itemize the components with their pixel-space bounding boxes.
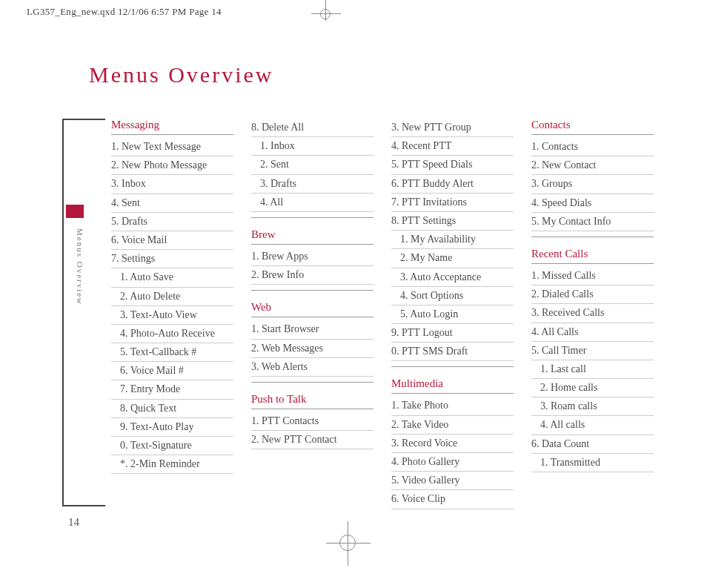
- menu-subitem: 8. Quick Text: [111, 400, 233, 418]
- menu-item: 6. Voice Clip: [391, 490, 514, 509]
- menu-item: 2. New Contact: [531, 156, 654, 175]
- menu-column: Messaging1. New Text Message2. New Photo…: [111, 119, 233, 509]
- menu-item: 5. Drafts: [111, 213, 233, 231]
- page-number: 14: [68, 516, 79, 529]
- section-divider: [251, 378, 374, 383]
- menu-item: 3. Received Calls: [531, 304, 654, 323]
- crop-mark-bottom-icon: [326, 521, 371, 566]
- menu-subitem: 1. Transmitted: [531, 454, 654, 472]
- menu-item: 6. Data Count: [531, 435, 654, 454]
- menu-item: 2. Brew Info: [251, 266, 374, 285]
- menu-item: 7. PTT Invitations: [391, 194, 514, 212]
- menu-subitem: 4. Photo-Auto Receive: [111, 325, 233, 343]
- menu-item: 3. New PTT Group: [391, 119, 514, 137]
- menu-section-title: Recent Calls: [531, 248, 654, 264]
- menu-item: 3. Inbox: [111, 175, 233, 194]
- menu-subitem: 7. Entry Mode: [111, 380, 233, 399]
- menu-subitem: 2. My Name: [391, 249, 514, 268]
- menu-subitem: 6. Voice Mail #: [111, 362, 233, 380]
- side-tab-accent: [66, 205, 84, 218]
- menu-item: 2. Web Messages: [251, 340, 374, 358]
- menu-item: 3. Web Alerts: [251, 358, 374, 377]
- menu-subitem: 3. Drafts: [251, 175, 374, 194]
- margin-rule-top: [62, 119, 105, 120]
- menu-section-title: Push to Talk: [251, 393, 374, 409]
- menu-subitem: 5. Text-Callback #: [111, 343, 233, 362]
- menu-item: 1. Start Browser: [251, 320, 374, 339]
- menu-subitem: 1. Last call: [531, 360, 654, 379]
- menu-subitem: *. 2-Min Reminder: [111, 455, 233, 474]
- menu-subitem: 9. Text-Auto Play: [111, 418, 233, 437]
- menu-subitem: 5. Auto Login: [391, 305, 514, 324]
- menu-item: 6. Voice Mail: [111, 231, 233, 250]
- menu-item: 5. Video Gallery: [391, 472, 514, 490]
- menu-item: 0. PTT SMS Draft: [391, 343, 514, 361]
- margin-rule-bottom: [62, 505, 105, 506]
- menu-item: 1. Brew Apps: [251, 248, 374, 266]
- menu-subitem: 3. Roam calls: [531, 397, 654, 416]
- menu-subitem: 2. Auto Delete: [111, 288, 233, 306]
- margin-rule-vertical: [62, 119, 64, 506]
- section-divider: [531, 233, 654, 237]
- page-title: Menus Overview: [89, 62, 707, 87]
- menu-item: 4. Recent PTT: [391, 137, 514, 156]
- menu-item: 6. PTT Buddy Alert: [391, 175, 514, 194]
- menu-item: 2. New PTT Contact: [251, 431, 374, 449]
- menu-column: 8. Delete All1. Inbox2. Sent3. Drafts4. …: [251, 119, 374, 509]
- menu-subitem: 2. Sent: [251, 156, 374, 174]
- menu-subitem: 1. My Availability: [391, 231, 514, 249]
- menu-item: 5. My Contact Info: [531, 213, 654, 231]
- menu-subitem: 0. Text-Signature: [111, 437, 233, 455]
- menu-item: 2. Take Video: [391, 416, 514, 435]
- menu-item: 4. Speed Dials: [531, 194, 654, 213]
- menu-subitem: 3. Text-Auto View: [111, 306, 233, 325]
- menu-subitem: 1. Inbox: [251, 137, 374, 156]
- menu-section-title: Web: [251, 301, 374, 317]
- side-tab-label: Menus Overview: [76, 228, 84, 305]
- menu-item: 4. All Calls: [531, 323, 654, 342]
- menu-item: 3. Record Voice: [391, 435, 514, 453]
- menu-item: 5. PTT Speed Dials: [391, 156, 514, 174]
- section-divider: [251, 214, 374, 218]
- menu-item: 9. PTT Logout: [391, 324, 514, 343]
- section-divider: [251, 286, 374, 291]
- menu-subitem: 1. Auto Save: [111, 268, 233, 287]
- menu-item: 1. New Text Message: [111, 138, 233, 156]
- menu-item: 2. New Photo Message: [111, 156, 233, 175]
- menu-item: 8. Delete All: [251, 119, 374, 137]
- menu-item: 5. Call Timer: [531, 342, 654, 360]
- menu-section-title: Multimedia: [391, 377, 514, 394]
- menu-subitem: 4. All: [251, 194, 374, 212]
- menu-subitem: 2. Home calls: [531, 379, 654, 397]
- menu-item: 7. Settings: [111, 250, 233, 268]
- menu-item: 1. Contacts: [531, 138, 654, 156]
- menu-item: 1. Missed Calls: [531, 267, 654, 285]
- document-header: LG357_Eng_new.qxd 12/1/06 6:57 PM Page 1…: [0, 0, 707, 18]
- menu-columns: Messaging1. New Text Message2. New Photo…: [111, 119, 663, 509]
- menu-subitem: 3. Auto Acceptance: [391, 268, 514, 287]
- menu-item: 8. PTT Settings: [391, 212, 514, 231]
- menu-item: 3. Groups: [531, 175, 654, 194]
- menu-item: 2. Dialed Calls: [531, 285, 654, 304]
- menu-subitem: 4. Sort Options: [391, 287, 514, 305]
- menu-subitem: 4. All calls: [531, 416, 654, 435]
- section-divider: [391, 363, 514, 367]
- menu-section-title: Messaging: [111, 119, 233, 135]
- menu-item: 4. Sent: [111, 194, 233, 213]
- menu-column: Contacts1. Contacts2. New Contact3. Grou…: [531, 119, 654, 509]
- menu-item: 4. Photo Gallery: [391, 453, 514, 472]
- menu-section-title: Brew: [251, 228, 374, 245]
- menu-item: 1. PTT Contacts: [251, 412, 374, 431]
- menu-section-title: Contacts: [531, 119, 654, 135]
- menu-column: 3. New PTT Group4. Recent PTT5. PTT Spee…: [391, 119, 514, 509]
- menu-item: 1. Take Photo: [391, 397, 514, 415]
